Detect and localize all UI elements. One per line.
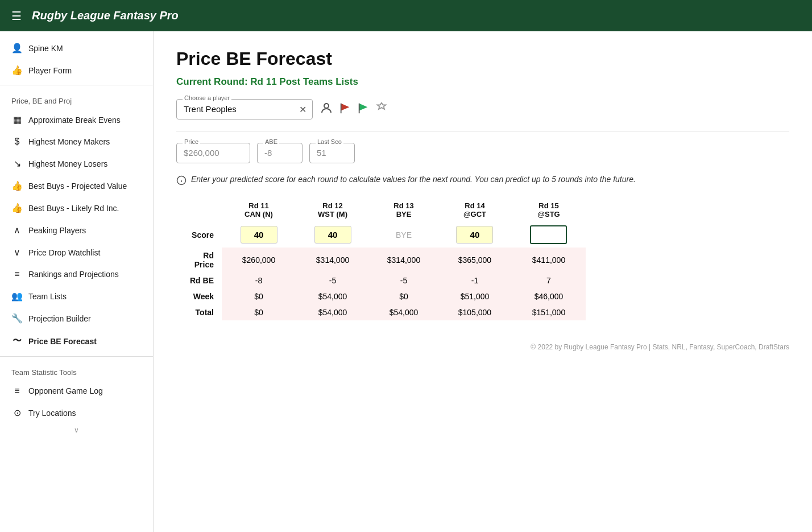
main-layout: 👤 Spine KM 👍 Player Form Price, BE and P… (0, 31, 812, 532)
sidebar-label-opponent-game-log: Opponent Game Log (28, 386, 103, 395)
sidebar-item-rankings[interactable]: ≡ Rankings and Projections (0, 263, 153, 285)
th-rd11-sub: CAN (N) (229, 210, 289, 218)
score-rd14[interactable] (438, 222, 512, 248)
dollar-icon: $ (11, 137, 23, 147)
rd-be-row: Rd BE -8 -5 -5 -1 7 (176, 273, 586, 288)
score-input-rd15[interactable] (530, 225, 567, 244)
sidebar-label-best-buys-pv: Best Buys - Projected Value (28, 182, 127, 191)
forecast-table: Rd 11 CAN (N) Rd 12 WST (M) Rd 13 BYE Rd… (176, 198, 586, 320)
sidebar-label-best-buys-likely: Best Buys - Likely Rd Inc. (28, 204, 119, 213)
main-content: Price BE Forecast Current Round: Rd 11 P… (154, 31, 812, 532)
score-input-rd12[interactable] (314, 226, 351, 244)
abe-label: ABE (263, 138, 279, 145)
info-text-row: Enter your predicted score for each roun… (176, 175, 789, 188)
total-rd15: $151,000 (512, 304, 586, 320)
sidebar-item-spine-km[interactable]: 👤 Spine KM (0, 37, 153, 59)
sidebar-label-approx-be: Approximate Break Evens (28, 116, 121, 125)
sidebar-label-try-locations: Try Locations (28, 409, 76, 418)
score-rd11[interactable] (222, 222, 296, 248)
score-rd12[interactable] (296, 222, 370, 248)
sidebar-item-projection-builder[interactable]: 🔧 Projection Builder (0, 307, 153, 329)
player-clear-button[interactable]: ✕ (299, 104, 306, 115)
table-header-row: Rd 11 CAN (N) Rd 12 WST (M) Rd 13 BYE Rd… (176, 198, 586, 222)
sidebar-item-player-form[interactable]: 👍 Player Form (0, 59, 153, 81)
sidebar-label-price-be-forecast: Price BE Forecast (28, 337, 97, 346)
sidebar-item-team-lists[interactable]: 👥 Team Lists (0, 285, 153, 307)
thumbsup2-icon: 👍 (11, 180, 23, 191)
player-action-icons (320, 101, 388, 118)
th-rd12-label: Rd 12 (303, 201, 363, 210)
price-fields-row: Price $260,000 ABE -8 Last Sco 51 (176, 143, 789, 163)
sidebar-item-try-locations[interactable]: ⊙ Try Locations (0, 402, 153, 424)
th-rd15-sub: @STG (519, 210, 579, 218)
svg-point-0 (324, 104, 329, 108)
th-rd14-sub: @GCT (445, 210, 505, 218)
sidebar-item-price-drop[interactable]: ∨ Price Drop Watchlist (0, 241, 153, 263)
red-flag-icon[interactable] (339, 102, 351, 117)
week-row: Week $0 $54,000 $0 $51,000 $46,000 (176, 288, 586, 304)
score-rd13-bye: BYE (370, 222, 438, 248)
sidebar-divider (0, 85, 153, 85)
badge-icon[interactable] (375, 102, 388, 117)
last-sco-label: Last Sco (316, 138, 343, 145)
week-rd11: $0 (222, 288, 296, 304)
th-rd12-sub: WST (M) (303, 210, 363, 218)
score-input-rd14[interactable] (456, 226, 493, 244)
th-rd11: Rd 11 CAN (N) (222, 198, 296, 222)
week-rd13: $0 (370, 288, 438, 304)
down-chevron-icon: ∨ (11, 247, 23, 258)
sidebar-item-peaking[interactable]: ∧ Peaking Players (0, 219, 153, 241)
abe-field: ABE -8 (257, 143, 303, 163)
player-input-value: Trent Peoples (184, 104, 237, 114)
total-row: Total $0 $54,000 $54,000 $105,000 $151,0… (176, 304, 586, 320)
footer-text: © 2022 by Rugby League Fantasy Pro | Sta… (176, 343, 789, 351)
total-rd13: $54,000 (370, 304, 438, 320)
th-rd13: Rd 13 BYE (370, 198, 438, 222)
th-rd14-label: Rd 14 (445, 201, 505, 210)
info-icon (176, 175, 187, 188)
price-label: Price (183, 138, 200, 145)
sidebar-label-team-lists: Team Lists (28, 292, 67, 301)
sidebar-section-team-stat: Team Statistic Tools (0, 360, 153, 380)
abe-value: -8 (264, 148, 272, 158)
sidebar-item-price-be-forecast[interactable]: 〜 Price BE Forecast (0, 329, 153, 353)
rd-be-rd11: -8 (222, 273, 296, 288)
score-row: Score BYE (176, 222, 586, 248)
total-rd14: $105,000 (438, 304, 512, 320)
sidebar-item-best-buys-likely[interactable]: 👍 Best Buys - Likely Rd Inc. (0, 197, 153, 219)
th-rd13-sub: BYE (376, 210, 431, 218)
price-field: Price $260,000 (176, 143, 250, 163)
score-rd15[interactable] (512, 222, 586, 248)
rd-be-rd14: -1 (438, 273, 512, 288)
rd-price-row: Rd Price $260,000 $314,000 $314,000 $365… (176, 248, 586, 273)
sidebar-label-money-losers: Highest Money Losers (28, 159, 107, 168)
wrench-icon: 🔧 (11, 313, 23, 324)
up-chevron-icon: ∧ (11, 225, 23, 236)
last-sco-value: 51 (317, 148, 326, 158)
player-profile-icon[interactable] (320, 101, 333, 118)
sidebar-scroll-indicator: ∨ (0, 424, 153, 436)
player-input-label: Choose a player (183, 94, 231, 101)
rd-price-rd15: $411,000 (512, 248, 586, 273)
week-rd14: $51,000 (438, 288, 512, 304)
last-sco-field: Last Sco 51 (309, 143, 355, 163)
app-title: Rugby League Fantasy Pro (32, 9, 179, 22)
sidebar-item-money-makers[interactable]: $ Highest Money Makers (0, 131, 153, 152)
page-title: Price BE Forecast (176, 48, 789, 69)
sidebar-item-best-buys-pv[interactable]: 👍 Best Buys - Projected Value (0, 175, 153, 197)
sidebar-item-opponent-game-log[interactable]: ≡ Opponent Game Log (0, 380, 153, 402)
score-input-rd11[interactable] (241, 226, 277, 244)
player-input-wrapper[interactable]: Choose a player Trent Peoples ✕ (176, 99, 313, 119)
sidebar-item-money-losers[interactable]: ↘ Highest Money Losers (0, 152, 153, 175)
total-label: Total (176, 304, 222, 320)
sidebar-item-approx-be[interactable]: ▦ Approximate Break Evens (0, 109, 153, 131)
hamburger-icon[interactable]: ☰ (11, 9, 22, 23)
trending-down-icon: ↘ (11, 158, 23, 169)
person-icon: 👤 (11, 43, 23, 53)
sidebar-label-projection-builder: Projection Builder (28, 314, 91, 323)
green-flag-icon[interactable] (357, 102, 370, 117)
rd-price-rd12: $314,000 (296, 248, 370, 273)
rd-be-rd15: 7 (512, 273, 586, 288)
total-rd11: $0 (222, 304, 296, 320)
week-rd15: $46,000 (512, 288, 586, 304)
